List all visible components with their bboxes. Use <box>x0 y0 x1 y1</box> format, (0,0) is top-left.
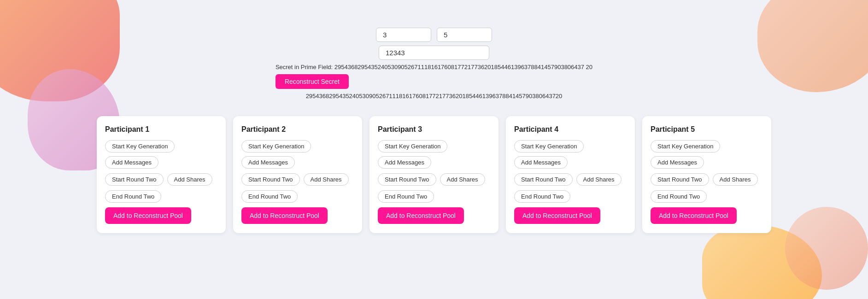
add-to-pool-btn-3[interactable]: Add to Reconstruct Pool <box>378 207 464 224</box>
start-key-gen-btn-1[interactable]: Start Key Generation <box>105 140 175 152</box>
add-messages-btn-4[interactable]: Add Messages <box>514 156 568 169</box>
start-round-two-btn-2[interactable]: Start Round Two <box>241 173 300 186</box>
threshold-input[interactable] <box>437 28 492 42</box>
participant-card-4: Participant 4 Start Key Generation Add M… <box>506 116 635 233</box>
button-row-mid-5: Start Round Two Add Shares <box>651 173 763 186</box>
secret-input-row <box>379 46 489 60</box>
start-key-gen-btn-5[interactable]: Start Key Generation <box>651 140 720 152</box>
add-messages-btn-5[interactable]: Add Messages <box>651 156 704 169</box>
reconstructed-value: 2954368295435240530905267111816176081772… <box>306 93 563 100</box>
button-row-top-2: Start Key Generation Add Messages <box>241 140 354 169</box>
add-shares-btn-2[interactable]: Add Shares <box>304 173 349 186</box>
secret-label: Secret in Prime Field: 29543682954352405… <box>276 64 592 70</box>
end-round-two-btn-4[interactable]: End Round Two <box>514 190 570 203</box>
participant-title-1: Participant 1 <box>105 125 217 134</box>
participant-title-4: Participant 4 <box>514 125 627 134</box>
page-content: Secret in Prime Field: 29543682954352405… <box>0 0 868 233</box>
participant-title-2: Participant 2 <box>241 125 354 134</box>
participant-title-3: Participant 3 <box>378 125 490 134</box>
participant-title-5: Participant 5 <box>651 125 763 134</box>
button-row-mid-1: Start Round Two Add Shares <box>105 173 217 186</box>
button-row-end-5: End Round Two <box>651 190 763 203</box>
button-row-top-4: Start Key Generation Add Messages <box>514 140 627 169</box>
start-key-gen-btn-4[interactable]: Start Key Generation <box>514 140 584 152</box>
end-round-two-btn-5[interactable]: End Round Two <box>651 190 707 203</box>
button-row-end-4: End Round Two <box>514 190 627 203</box>
start-round-two-btn-5[interactable]: Start Round Two <box>651 173 709 186</box>
add-shares-btn-5[interactable]: Add Shares <box>713 173 758 186</box>
start-round-two-btn-3[interactable]: Start Round Two <box>378 173 436 186</box>
button-row-mid-3: Start Round Two Add Shares <box>378 173 490 186</box>
add-shares-btn-4[interactable]: Add Shares <box>576 173 622 186</box>
start-round-two-btn-1[interactable]: Start Round Two <box>105 173 164 186</box>
button-row-top-5: Start Key Generation Add Messages <box>651 140 763 169</box>
button-row-end-3: End Round Two <box>378 190 490 203</box>
participant-card-3: Participant 3 Start Key Generation Add M… <box>369 116 499 233</box>
add-messages-btn-3[interactable]: Add Messages <box>378 156 431 169</box>
button-row-end-1: End Round Two <box>105 190 217 203</box>
button-row-end-2: End Round Two <box>241 190 354 203</box>
participant-card-1: Participant 1 Start Key Generation Add M… <box>97 116 226 233</box>
participants-row: Participant 1 Start Key Generation Add M… <box>0 116 868 233</box>
add-shares-btn-3[interactable]: Add Shares <box>440 173 485 186</box>
input-row <box>376 28 492 42</box>
end-round-two-btn-2[interactable]: End Round Two <box>241 190 298 203</box>
button-row-mid-4: Start Round Two Add Shares <box>514 173 627 186</box>
secret-input[interactable] <box>379 46 489 60</box>
add-to-pool-btn-4[interactable]: Add to Reconstruct Pool <box>514 207 600 224</box>
button-row-mid-2: Start Round Two Add Shares <box>241 173 354 186</box>
add-messages-btn-2[interactable]: Add Messages <box>241 156 295 169</box>
participant-card-5: Participant 5 Start Key Generation Add M… <box>642 116 771 233</box>
participants-count-input[interactable] <box>376 28 431 42</box>
button-row-top-3: Start Key Generation Add Messages <box>378 140 490 169</box>
start-round-two-btn-4[interactable]: Start Round Two <box>514 173 573 186</box>
top-controls: Secret in Prime Field: 29543682954352405… <box>276 28 592 100</box>
end-round-two-btn-3[interactable]: End Round Two <box>378 190 434 203</box>
participant-card-2: Participant 2 Start Key Generation Add M… <box>233 116 362 233</box>
add-to-pool-btn-1[interactable]: Add to Reconstruct Pool <box>105 207 191 224</box>
decoration-blob-right-bottom <box>702 225 822 299</box>
start-key-gen-btn-2[interactable]: Start Key Generation <box>241 140 311 152</box>
add-to-pool-btn-2[interactable]: Add to Reconstruct Pool <box>241 207 328 224</box>
button-row-top-1: Start Key Generation Add Messages <box>105 140 217 169</box>
add-messages-btn-1[interactable]: Add Messages <box>105 156 158 169</box>
end-round-two-btn-1[interactable]: End Round Two <box>105 190 161 203</box>
add-to-pool-btn-5[interactable]: Add to Reconstruct Pool <box>651 207 737 224</box>
add-shares-btn-1[interactable]: Add Shares <box>167 173 212 186</box>
reconstruct-secret-button[interactable]: Reconstruct Secret <box>276 74 349 89</box>
start-key-gen-btn-3[interactable]: Start Key Generation <box>378 140 447 152</box>
